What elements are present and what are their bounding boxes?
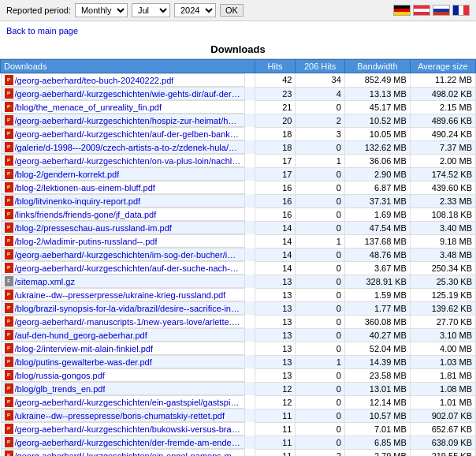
filename-cell[interactable]: P/blog/the_menace_of_unreality_fin.pdf bbox=[1, 100, 245, 114]
filename-cell[interactable]: P/auf-den-hund_georg-aeberhar.pdf bbox=[1, 328, 245, 342]
hits-cell: 12 bbox=[255, 382, 296, 395]
hits-cell: 16 bbox=[255, 207, 296, 221]
avgsize-cell: 1.01 MB bbox=[410, 395, 475, 409]
hits206-cell: 1 bbox=[296, 355, 344, 368]
hits206-cell: 3 bbox=[296, 127, 344, 140]
period-select[interactable]: Monthly Weekly Daily bbox=[75, 3, 128, 17]
hits206-cell: 0 bbox=[296, 328, 344, 342]
ok-button[interactable]: OK bbox=[220, 4, 244, 17]
back-link[interactable]: Back to main page bbox=[6, 26, 78, 36]
hits-cell: 14 bbox=[255, 221, 296, 234]
avgsize-cell: 9.18 MB bbox=[410, 234, 475, 248]
filename-cell[interactable]: P/georg-aeberhard/-kurzgeschichten/im-so… bbox=[1, 248, 245, 261]
filename-cell[interactable]: P/georg-aeberhard/-manuscripts-1/new-yea… bbox=[1, 315, 245, 328]
bandwidth-cell: 10.05 MB bbox=[344, 127, 410, 140]
bandwidth-cell: 6.85 MB bbox=[344, 435, 410, 449]
pdf-icon: P bbox=[5, 303, 13, 313]
pdf-icon: P bbox=[5, 88, 13, 99]
file-icon: F bbox=[5, 276, 13, 286]
hits-cell: 13 bbox=[255, 355, 296, 368]
period-controls: Reported period: Monthly Weekly Daily Ja… bbox=[6, 3, 244, 17]
filename-cell[interactable]: P/blog-2/wladimir-putins-russland--.pdf bbox=[1, 234, 245, 248]
filename-cell[interactable]: P/blog-2/interview-mit-alain-finkiel.pdf bbox=[1, 342, 245, 355]
table-row: P/blog/putins-gewalterbe-was-der.pdf 13 … bbox=[1, 355, 476, 368]
hits-cell: 13 bbox=[255, 275, 296, 288]
bandwidth-cell: 1.59 MB bbox=[344, 288, 410, 301]
pdf-icon: P bbox=[5, 263, 13, 273]
pdf-icon: P bbox=[5, 142, 13, 152]
avgsize-cell: 1.03 MB bbox=[410, 355, 475, 368]
filename-cell[interactable]: P/georg-aeberhard/-kurzgeschichten/on-va… bbox=[1, 154, 245, 167]
hits206-cell: 0 bbox=[296, 435, 344, 449]
filename-cell[interactable]: P/blog/brazil-synopsis-for-la-vida/brazi… bbox=[1, 301, 245, 315]
hits-cell: 11 bbox=[255, 409, 296, 422]
table-row: P/georg-aeberhard/-kurzgeschichten/im-so… bbox=[1, 248, 476, 261]
avgsize-cell: 219.55 KB bbox=[410, 449, 475, 456]
bandwidth-cell: 52.04 MB bbox=[344, 342, 410, 355]
table-row: P/links/friends/friends-gone/jf_data.pdf… bbox=[1, 207, 476, 221]
avgsize-cell: 3.10 MB bbox=[410, 328, 475, 342]
year-select[interactable]: 202220232024 bbox=[174, 3, 216, 17]
table-row: P/galerie/d-1998---2009/czech-artists-a-… bbox=[1, 140, 476, 154]
hits-cell: 12 bbox=[255, 395, 296, 409]
hits-cell: 11 bbox=[255, 422, 296, 435]
hits-cell: 11 bbox=[255, 449, 296, 456]
avgsize-cell: 1.08 MB bbox=[410, 382, 475, 395]
pdf-icon: P bbox=[5, 290, 13, 300]
downloads-table: Downloads Hits 206 Hits Bandwidth Averag… bbox=[0, 59, 476, 456]
pdf-icon: P bbox=[5, 115, 13, 125]
filename-cell[interactable]: P/blog-2/gendern-korrekt.pdf bbox=[1, 167, 245, 181]
avgsize-cell: 490.24 KB bbox=[410, 127, 475, 140]
hits-cell: 20 bbox=[255, 114, 296, 127]
table-row: P/blog-2/presseschau-aus-russland-im.pdf… bbox=[1, 221, 476, 234]
bandwidth-cell: 132.62 MB bbox=[344, 140, 410, 154]
pdf-icon: P bbox=[5, 209, 13, 219]
pdf-icon: P bbox=[5, 397, 13, 407]
bandwidth-cell: 1.69 MB bbox=[344, 207, 410, 221]
hits206-cell: 0 bbox=[296, 315, 344, 328]
filename-cell[interactable]: P/georg-aeberhard/-kurzgeschichten/der-f… bbox=[1, 435, 245, 449]
flag-container bbox=[393, 5, 470, 16]
filename-cell[interactable]: P/georg-aeberhard/-kurzgeschichten/hospi… bbox=[1, 114, 245, 127]
hits-cell: 11 bbox=[255, 435, 296, 449]
pdf-icon: P bbox=[5, 182, 13, 192]
hits-cell: 13 bbox=[255, 315, 296, 328]
filename-cell[interactable]: P/blog/litvinenko-inquiry-report.pdf bbox=[1, 194, 245, 207]
month-select[interactable]: JanFebMarApr MayJunJulAug SepOctNovDec bbox=[132, 3, 170, 17]
flag-fr-icon bbox=[452, 5, 470, 16]
filename-cell[interactable]: P/blog/russia-gongos.pdf bbox=[1, 368, 245, 382]
pdf-icon: P bbox=[5, 343, 13, 353]
avgsize-cell: 11.22 MB bbox=[410, 73, 475, 88]
filename-cell[interactable]: P/blog-2/presseschau-aus-russland-im.pdf bbox=[1, 221, 245, 234]
filename-cell[interactable]: P/georg-aeberhard/teo-buch-20240222.pdf bbox=[1, 73, 245, 87]
filename-cell[interactable]: P/galerie/d-1998---2009/czech-artists-a-… bbox=[1, 140, 245, 154]
filename-cell[interactable]: P/blog/glb_trends_en.pdf bbox=[1, 382, 245, 395]
filename-cell[interactable]: P/georg-aeberhard/-kurzgeschichten/ein-g… bbox=[1, 395, 245, 409]
bandwidth-cell: 14.39 MB bbox=[344, 355, 410, 368]
filename-cell[interactable]: P/georg-aeberhard/-kurzgeschichten/auf-d… bbox=[1, 127, 245, 140]
pdf-icon: P bbox=[5, 450, 13, 456]
filename-cell[interactable]: P/links/friends/friends-gone/jf_data.pdf bbox=[1, 207, 245, 221]
flag-de-icon bbox=[393, 5, 411, 16]
filename-cell[interactable]: P/georg-aeberhard/-kurzgeschichten/wie-g… bbox=[1, 87, 245, 100]
hits-cell: 17 bbox=[255, 167, 296, 181]
filename-cell[interactable]: P/georg-aeberhard/-kurzgeschichten/auf-d… bbox=[1, 261, 245, 275]
avgsize-cell: 125.19 KB bbox=[410, 288, 475, 301]
avgsize-cell: 108.18 KB bbox=[410, 207, 475, 221]
hits206-cell: 0 bbox=[296, 100, 344, 114]
filename-cell[interactable]: P/blog-2/lektionen-aus-einem-bluff.pdf bbox=[1, 181, 245, 194]
avgsize-cell: 2.33 MB bbox=[410, 194, 475, 207]
table-row: P/blog/glb_trends_en.pdf 12 0 13.01 MB 1… bbox=[1, 382, 476, 395]
filename-cell[interactable]: P/blog/putins-gewalterbe-was-der.pdf bbox=[1, 355, 245, 368]
filename-cell[interactable]: P/georg-aeberhard/-kurzgeschichten/ein-e… bbox=[1, 449, 245, 456]
filename-cell[interactable]: P/ukraine--dw--presserpresse/ukraine-kri… bbox=[1, 288, 245, 301]
hits-cell: 14 bbox=[255, 234, 296, 248]
bandwidth-cell: 37.31 MB bbox=[344, 194, 410, 207]
filename-cell[interactable]: F/sitemap.xml.gz bbox=[1, 275, 245, 288]
filename-cell[interactable]: P/ukraine--dw--pressepresse/boris-chumat… bbox=[1, 409, 245, 422]
col-206hits: 206 Hits bbox=[296, 60, 344, 73]
avgsize-cell: 27.70 KB bbox=[410, 315, 475, 328]
filename-cell[interactable]: P/georg-aeberhard/-kurzgeschichten/bukow… bbox=[1, 422, 245, 435]
bandwidth-cell: 12.14 MB bbox=[344, 395, 410, 409]
hits206-cell: 0 bbox=[296, 194, 344, 207]
